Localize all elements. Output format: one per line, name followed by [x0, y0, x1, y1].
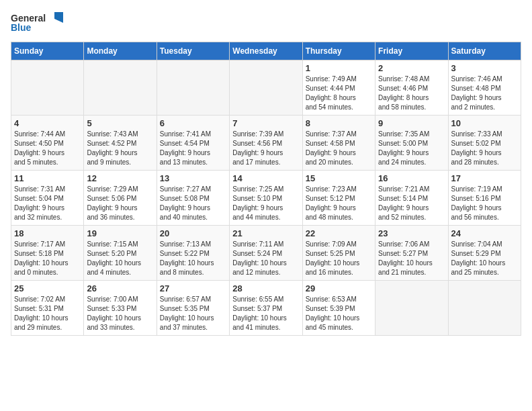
day-number: 20 — [160, 228, 226, 238]
day-info: Sunrise: 6:53 AM Sunset: 5:39 PM Dayligh… — [306, 295, 372, 332]
day-number: 24 — [451, 228, 518, 238]
calendar-cell: 12Sunrise: 7:29 AM Sunset: 5:06 PM Dayli… — [84, 171, 157, 226]
day-number: 4 — [14, 118, 81, 128]
calendar-cell: 27Sunrise: 6:57 AM Sunset: 5:35 PM Dayli… — [157, 281, 229, 336]
column-header-thursday: Thursday — [302, 42, 375, 60]
day-info: Sunrise: 7:43 AM Sunset: 4:52 PM Dayligh… — [87, 130, 153, 167]
day-number: 5 — [87, 118, 153, 128]
calendar-week-row: 1Sunrise: 7:49 AM Sunset: 4:44 PM Daylig… — [11, 60, 521, 116]
day-number: 8 — [306, 118, 372, 128]
day-info: Sunrise: 7:46 AM Sunset: 4:48 PM Dayligh… — [451, 75, 518, 112]
calendar-cell: 5Sunrise: 7:43 AM Sunset: 4:52 PM Daylig… — [84, 116, 157, 171]
day-info: Sunrise: 7:02 AM Sunset: 5:31 PM Dayligh… — [14, 295, 81, 332]
day-number: 6 — [160, 118, 226, 128]
calendar-cell — [448, 281, 521, 336]
day-number: 19 — [87, 228, 153, 238]
column-header-sunday: Sunday — [11, 42, 84, 60]
calendar-cell: 6Sunrise: 7:41 AM Sunset: 4:54 PM Daylig… — [157, 116, 229, 171]
calendar-cell: 17Sunrise: 7:19 AM Sunset: 5:16 PM Dayli… — [448, 171, 521, 226]
calendar-table: SundayMondayTuesdayWednesdayThursdayFrid… — [11, 42, 521, 336]
calendar-cell — [230, 60, 302, 116]
calendar-cell — [84, 60, 157, 116]
day-info: Sunrise: 7:17 AM Sunset: 5:18 PM Dayligh… — [14, 240, 81, 277]
day-number: 11 — [14, 173, 81, 183]
calendar-cell: 3Sunrise: 7:46 AM Sunset: 4:48 PM Daylig… — [448, 60, 521, 116]
calendar-cell — [375, 281, 448, 336]
day-info: Sunrise: 7:09 AM Sunset: 5:25 PM Dayligh… — [306, 240, 372, 277]
day-number: 12 — [87, 173, 153, 183]
day-number: 22 — [306, 228, 372, 238]
day-info: Sunrise: 7:21 AM Sunset: 5:14 PM Dayligh… — [378, 185, 445, 222]
day-number: 26 — [87, 283, 153, 293]
day-number: 13 — [160, 173, 226, 183]
day-number: 17 — [451, 173, 518, 183]
day-info: Sunrise: 7:25 AM Sunset: 5:10 PM Dayligh… — [232, 185, 299, 222]
day-info: Sunrise: 7:31 AM Sunset: 5:04 PM Dayligh… — [14, 185, 81, 222]
calendar-cell: 29Sunrise: 6:53 AM Sunset: 5:39 PM Dayli… — [302, 281, 375, 336]
calendar-cell: 14Sunrise: 7:25 AM Sunset: 5:10 PM Dayli… — [230, 171, 302, 226]
calendar-cell: 18Sunrise: 7:17 AM Sunset: 5:18 PM Dayli… — [11, 226, 84, 281]
day-number: 27 — [160, 283, 226, 293]
calendar-cell: 25Sunrise: 7:02 AM Sunset: 5:31 PM Dayli… — [11, 281, 84, 336]
calendar-cell: 13Sunrise: 7:27 AM Sunset: 5:08 PM Dayli… — [157, 171, 229, 226]
calendar-week-row: 25Sunrise: 7:02 AM Sunset: 5:31 PM Dayli… — [11, 281, 521, 336]
day-info: Sunrise: 7:06 AM Sunset: 5:27 PM Dayligh… — [378, 240, 445, 277]
calendar-cell: 1Sunrise: 7:49 AM Sunset: 4:44 PM Daylig… — [302, 60, 375, 116]
day-info: Sunrise: 7:41 AM Sunset: 4:54 PM Dayligh… — [160, 130, 226, 167]
calendar-cell: 24Sunrise: 7:04 AM Sunset: 5:29 PM Dayli… — [448, 226, 521, 281]
column-header-saturday: Saturday — [448, 42, 521, 60]
day-number: 14 — [232, 173, 299, 183]
logo-icon: GeneralBlue — [11, 11, 64, 35]
svg-marker-2 — [54, 12, 63, 23]
day-info: Sunrise: 7:19 AM Sunset: 5:16 PM Dayligh… — [451, 185, 518, 222]
day-info: Sunrise: 7:49 AM Sunset: 4:44 PM Dayligh… — [306, 75, 372, 112]
day-info: Sunrise: 7:00 AM Sunset: 5:33 PM Dayligh… — [87, 295, 153, 332]
day-number: 29 — [306, 283, 372, 293]
calendar-cell: 26Sunrise: 7:00 AM Sunset: 5:33 PM Dayli… — [84, 281, 157, 336]
day-number: 18 — [14, 228, 81, 238]
calendar-cell: 28Sunrise: 6:55 AM Sunset: 5:37 PM Dayli… — [230, 281, 302, 336]
calendar-cell: 16Sunrise: 7:21 AM Sunset: 5:14 PM Dayli… — [375, 171, 448, 226]
day-number: 10 — [451, 118, 518, 128]
calendar-cell: 23Sunrise: 7:06 AM Sunset: 5:27 PM Dayli… — [375, 226, 448, 281]
calendar-cell: 9Sunrise: 7:35 AM Sunset: 5:00 PM Daylig… — [375, 116, 448, 171]
column-header-monday: Monday — [84, 42, 157, 60]
column-header-friday: Friday — [375, 42, 448, 60]
calendar-header-row: SundayMondayTuesdayWednesdayThursdayFrid… — [11, 42, 521, 60]
calendar-cell: 19Sunrise: 7:15 AM Sunset: 5:20 PM Dayli… — [84, 226, 157, 281]
day-number: 16 — [378, 173, 445, 183]
calendar-cell: 10Sunrise: 7:33 AM Sunset: 5:02 PM Dayli… — [448, 116, 521, 171]
calendar-cell: 15Sunrise: 7:23 AM Sunset: 5:12 PM Dayli… — [302, 171, 375, 226]
day-info: Sunrise: 7:37 AM Sunset: 4:58 PM Dayligh… — [306, 130, 372, 167]
day-number: 23 — [378, 228, 445, 238]
day-info: Sunrise: 7:15 AM Sunset: 5:20 PM Dayligh… — [87, 240, 153, 277]
day-info: Sunrise: 7:35 AM Sunset: 5:00 PM Dayligh… — [378, 130, 445, 167]
day-info: Sunrise: 6:57 AM Sunset: 5:35 PM Dayligh… — [160, 295, 226, 332]
calendar-cell: 7Sunrise: 7:39 AM Sunset: 4:56 PM Daylig… — [230, 116, 302, 171]
calendar-cell: 20Sunrise: 7:13 AM Sunset: 5:22 PM Dayli… — [157, 226, 229, 281]
day-info: Sunrise: 7:04 AM Sunset: 5:29 PM Dayligh… — [451, 240, 518, 277]
column-header-tuesday: Tuesday — [157, 42, 229, 60]
day-info: Sunrise: 7:13 AM Sunset: 5:22 PM Dayligh… — [160, 240, 226, 277]
calendar-cell: 2Sunrise: 7:48 AM Sunset: 4:46 PM Daylig… — [375, 60, 448, 116]
calendar-cell: 8Sunrise: 7:37 AM Sunset: 4:58 PM Daylig… — [302, 116, 375, 171]
day-number: 2 — [378, 63, 445, 73]
day-number: 1 — [306, 63, 372, 73]
day-number: 21 — [232, 228, 299, 238]
calendar-cell: 21Sunrise: 7:11 AM Sunset: 5:24 PM Dayli… — [230, 226, 302, 281]
logo: GeneralBlue — [11, 11, 64, 35]
day-info: Sunrise: 7:23 AM Sunset: 5:12 PM Dayligh… — [306, 185, 372, 222]
calendar-week-row: 4Sunrise: 7:44 AM Sunset: 4:50 PM Daylig… — [11, 116, 521, 171]
day-number: 15 — [306, 173, 372, 183]
day-info: Sunrise: 7:11 AM Sunset: 5:24 PM Dayligh… — [232, 240, 299, 277]
day-info: Sunrise: 7:27 AM Sunset: 5:08 PM Dayligh… — [160, 185, 226, 222]
calendar-week-row: 11Sunrise: 7:31 AM Sunset: 5:04 PM Dayli… — [11, 171, 521, 226]
day-number: 9 — [378, 118, 445, 128]
day-number: 28 — [232, 283, 299, 293]
day-info: Sunrise: 7:44 AM Sunset: 4:50 PM Dayligh… — [14, 130, 81, 167]
svg-text:Blue: Blue — [11, 22, 32, 33]
day-number: 25 — [14, 283, 81, 293]
page-header: GeneralBlue — [11, 11, 521, 35]
calendar-cell: 22Sunrise: 7:09 AM Sunset: 5:25 PM Dayli… — [302, 226, 375, 281]
calendar-cell: 11Sunrise: 7:31 AM Sunset: 5:04 PM Dayli… — [11, 171, 84, 226]
